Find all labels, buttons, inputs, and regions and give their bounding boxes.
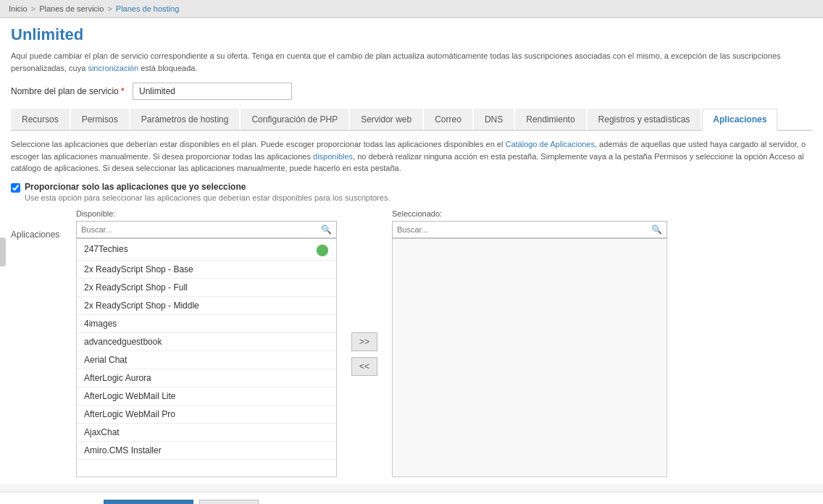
- tab-servidor[interactable]: Servidor web: [350, 109, 422, 130]
- cancel-button[interactable]: Cancelar: [199, 500, 259, 505]
- list-item[interactable]: Amiro.CMS Installer: [77, 442, 336, 460]
- transfer-forward-button[interactable]: >>: [351, 332, 377, 351]
- save-button[interactable]: Actualizar y sincr: [104, 500, 194, 505]
- tab-permisos[interactable]: Permisos: [71, 109, 129, 130]
- list-item[interactable]: AjaxChat: [77, 424, 336, 442]
- service-plan-name-input[interactable]: [133, 83, 292, 100]
- selected-panel: Seleccionado: 🔍: [392, 209, 667, 477]
- provide-selected-checkbox[interactable]: [11, 183, 20, 193]
- available-search-icon: 🔍: [317, 222, 336, 238]
- main-content: Unlimited Aquí puede cambiar el plan de …: [0, 18, 823, 484]
- apps-label: Aplicaciones: [11, 209, 69, 477]
- list-item[interactable]: AfterLogic Aurora: [77, 369, 336, 387]
- catalog-link[interactable]: Catálogo de Aplicaciones: [505, 140, 595, 148]
- service-plan-name-label: Nombre del plan de servicio *: [11, 86, 127, 96]
- tab-description: Seleccione las aplicaciones que deberían…: [11, 138, 812, 175]
- breadcrumb: Inicio > Planes de servicio > Planes de …: [0, 0, 823, 18]
- breadcrumb-sep-1: >: [31, 4, 35, 13]
- tab-registros[interactable]: Registros y estadísticas: [588, 109, 701, 130]
- breadcrumb-sep-2: >: [107, 4, 112, 13]
- tab-recursos[interactable]: Recursos: [11, 109, 70, 130]
- list-item[interactable]: AfterLogic WebMail Pro: [77, 406, 336, 424]
- transfer-buttons: >> <<: [344, 209, 385, 477]
- breadcrumb-hosting[interactable]: Planes de hosting: [116, 4, 179, 13]
- available-link[interactable]: disponibles: [313, 152, 353, 161]
- breadcrumb-planes[interactable]: Planes de servicio: [39, 4, 104, 13]
- list-item[interactable]: AfterLogic WebMail Lite: [77, 387, 336, 406]
- sync-link[interactable]: sincronización: [88, 64, 138, 72]
- transfer-back-button[interactable]: <<: [351, 357, 377, 376]
- selected-search-icon: 🔍: [647, 222, 667, 238]
- breadcrumb-inicio[interactable]: Inicio: [9, 4, 28, 13]
- list-item[interactable]: 4images: [77, 315, 336, 333]
- available-list[interactable]: 247Techies ⬤ 2x ReadyScript Shop - Base …: [76, 238, 337, 477]
- footer: * Campos obligatorios Actualizar y sincr…: [0, 492, 823, 505]
- page-title: Unlimited: [11, 25, 812, 44]
- available-header: Disponible:: [76, 209, 337, 218]
- tabs-bar: Recursos Permisos Parámetros de hosting …: [11, 109, 812, 131]
- paid-icon: ⬤: [316, 243, 329, 256]
- tab-rendimiento[interactable]: Rendimiento: [515, 109, 585, 130]
- page-description: Aquí puede cambiar el plan de servicio c…: [11, 50, 812, 74]
- list-item[interactable]: advancedguestbook: [77, 333, 336, 351]
- side-handle[interactable]: [0, 238, 6, 266]
- checkbox-sublabel: Use esta opción para seleccionar las apl…: [25, 193, 390, 202]
- list-item[interactable]: 2x ReadyScript Shop - Middle: [77, 297, 336, 315]
- selected-search-input[interactable]: [393, 222, 647, 237]
- selected-list[interactable]: [392, 238, 667, 477]
- tab-php[interactable]: Configuración de PHP: [241, 109, 348, 130]
- list-item[interactable]: 247Techies ⬤: [77, 239, 336, 261]
- checkbox-label: Proporcionar solo las aplicaciones que y…: [25, 182, 390, 192]
- available-search-input[interactable]: [77, 222, 317, 237]
- service-plan-name-row: Nombre del plan de servicio *: [11, 83, 812, 100]
- available-search-box[interactable]: 🔍: [76, 221, 337, 238]
- tab-dns[interactable]: DNS: [474, 109, 514, 130]
- list-item[interactable]: 2x ReadyScript Shop - Full: [77, 279, 336, 297]
- tab-aplicaciones[interactable]: Aplicaciones: [702, 109, 777, 131]
- tab-parametros[interactable]: Parámetros de hosting: [130, 109, 240, 130]
- available-panel: Disponible: 🔍 247Techies ⬤ 2x ReadyScrip…: [76, 209, 337, 477]
- selected-header: Seleccionado:: [392, 209, 667, 218]
- tab-correo[interactable]: Correo: [424, 109, 472, 130]
- checkbox-row: Proporcionar solo las aplicaciones que y…: [11, 182, 812, 202]
- list-item[interactable]: 2x ReadyScript Shop - Base: [77, 261, 336, 279]
- selected-search-box[interactable]: 🔍: [392, 221, 667, 238]
- list-item-aerial-chat[interactable]: Aerial Chat: [77, 351, 336, 369]
- apps-section: Aplicaciones Disponible: 🔍 247Techies ⬤ …: [11, 209, 812, 477]
